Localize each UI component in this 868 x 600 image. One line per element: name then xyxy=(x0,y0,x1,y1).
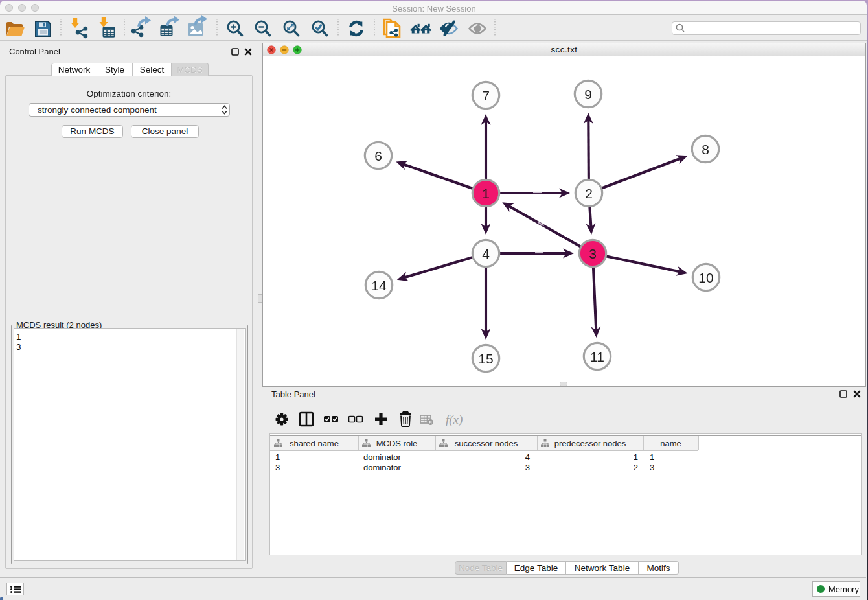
svg-text:11: 11 xyxy=(590,349,604,364)
svg-text:8: 8 xyxy=(702,142,709,157)
svg-text:10: 10 xyxy=(698,270,713,285)
svg-text:4: 4 xyxy=(482,246,490,261)
svg-text:6: 6 xyxy=(374,148,382,163)
svg-text:7: 7 xyxy=(482,88,490,103)
svg-text:15: 15 xyxy=(478,351,493,366)
svg-text:9: 9 xyxy=(584,87,592,102)
svg-text:f(x): f(x) xyxy=(446,413,463,427)
svg-text:14: 14 xyxy=(371,278,387,293)
svg-text:3: 3 xyxy=(589,246,597,261)
svg-text:1: 1 xyxy=(482,186,490,201)
svg-text:2: 2 xyxy=(585,186,593,201)
